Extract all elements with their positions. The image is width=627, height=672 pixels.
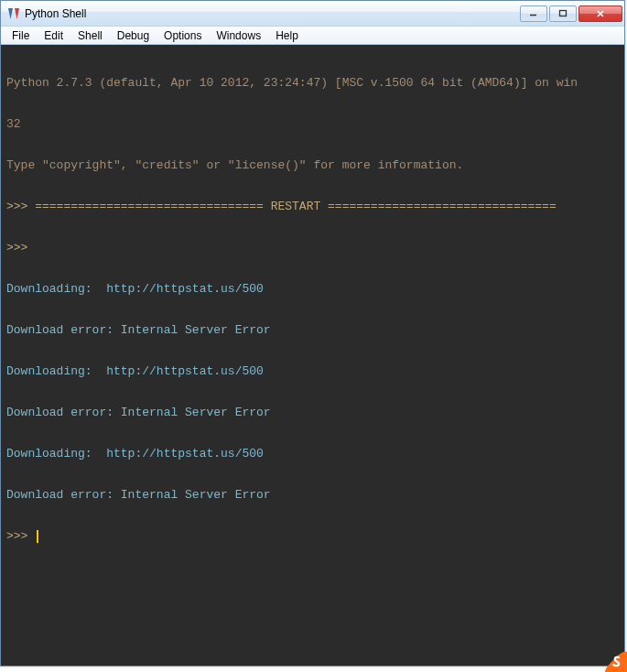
python-info-line: Type "copyright", "credits" or "license(… — [6, 158, 619, 172]
sogou-tray-icon[interactable] — [605, 650, 627, 672]
output-line: Downloading: http://httpstat.us/500 — [6, 282, 619, 296]
tk-icon — [6, 6, 21, 21]
output-line: Download error: Internal Server Error — [6, 406, 619, 419]
minimize-button[interactable] — [520, 5, 547, 22]
close-button[interactable] — [578, 5, 622, 22]
menu-edit[interactable]: Edit — [37, 27, 70, 44]
output-line: Download error: Internal Server Error — [6, 323, 619, 337]
output-line: Downloading: http://httpstat.us/500 — [6, 364, 619, 378]
titlebar[interactable]: Python Shell — [1, 1, 624, 27]
menu-help[interactable]: Help — [268, 27, 306, 44]
restart-banner: >>> ================================ RES… — [6, 200, 619, 213]
text-cursor — [37, 530, 38, 543]
prompt: >>> — [6, 241, 35, 255]
python-version-line: Python 2.7.3 (default, Apr 10 2012, 23:2… — [6, 76, 619, 90]
prompt: >>> — [6, 529, 35, 543]
output-line: Downloading: http://httpstat.us/500 — [6, 447, 619, 461]
maximize-button[interactable] — [549, 5, 577, 22]
menu-windows[interactable]: Windows — [209, 27, 268, 44]
menu-shell[interactable]: Shell — [70, 27, 110, 44]
console-area[interactable]: Python 2.7.3 (default, Apr 10 2012, 23:2… — [1, 45, 624, 666]
python-version-line2: 32 — [6, 117, 619, 131]
python-shell-window: Python Shell File Edit Shell Debug Optio… — [0, 0, 625, 667]
menu-file[interactable]: File — [5, 27, 37, 44]
menu-debug[interactable]: Debug — [110, 27, 157, 44]
menubar: File Edit Shell Debug Options Windows He… — [1, 27, 624, 45]
menu-options[interactable]: Options — [157, 27, 209, 44]
window-controls — [518, 5, 622, 22]
output-line: Download error: Internal Server Error — [6, 488, 619, 502]
svg-rect-2 — [560, 10, 567, 16]
window-title: Python Shell — [25, 7, 518, 20]
